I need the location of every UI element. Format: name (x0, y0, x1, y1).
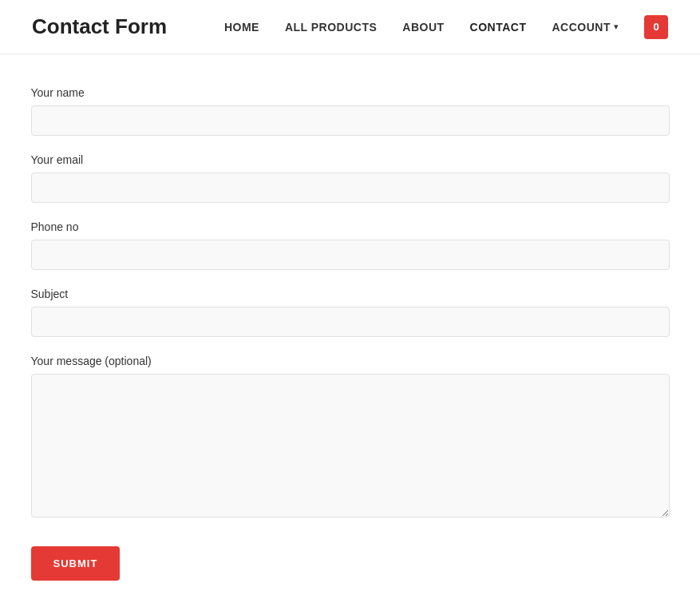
contact-form: Your name Your email Phone no Subject Yo… (31, 86, 670, 581)
main-content: Your name Your email Phone no Subject Yo… (15, 54, 686, 599)
nav-home[interactable]: HOME (224, 21, 259, 34)
phone-field-group: Phone no (31, 220, 670, 270)
site-title: Contact Form (32, 14, 167, 39)
cart-button[interactable]: 0 (644, 15, 668, 39)
subject-input[interactable] (31, 307, 670, 337)
account-chevron-icon: ▾ (614, 22, 619, 32)
email-label: Your email (31, 153, 670, 166)
nav-about[interactable]: ABOUT (402, 21, 444, 34)
phone-input[interactable] (31, 240, 670, 270)
submit-button[interactable]: SUBMIT (31, 546, 121, 581)
nav-account-wrapper[interactable]: ACCOUNT ▾ (552, 21, 619, 34)
subject-field-group: Subject (31, 288, 670, 337)
message-label: Your message (optional) (31, 355, 670, 367)
nav-all-products[interactable]: ALL PRODUCTS (285, 21, 377, 34)
phone-label: Phone no (31, 220, 670, 233)
main-nav: HOME ALL PRODUCTS ABOUT CONTACT ACCOUNT … (224, 15, 668, 39)
nav-account[interactable]: ACCOUNT (552, 21, 611, 34)
email-field-group: Your email (31, 153, 670, 203)
name-input[interactable] (31, 105, 670, 136)
email-input[interactable] (31, 173, 670, 203)
message-field-group: Your message (optional) (31, 355, 670, 521)
subject-label: Subject (31, 288, 670, 300)
message-textarea[interactable] (31, 374, 670, 518)
name-field-group: Your name (31, 86, 670, 136)
site-header: Contact Form HOME ALL PRODUCTS ABOUT CON… (0, 0, 700, 54)
nav-contact[interactable]: CONTACT (470, 21, 527, 34)
name-label: Your name (31, 86, 670, 99)
